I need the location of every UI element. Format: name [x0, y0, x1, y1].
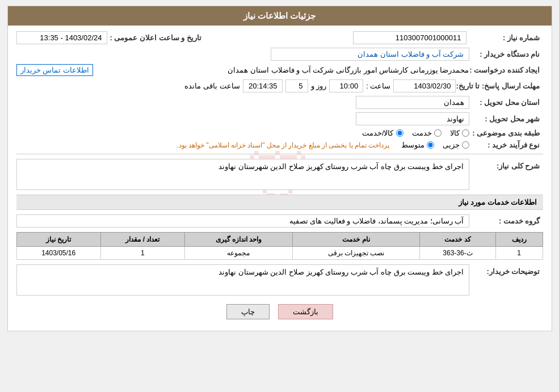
- cell-tarikh: 1403/05/16: [16, 247, 100, 260]
- radio-khedmat: خدمت: [412, 129, 442, 137]
- radio-motovaset-label: متوسط: [401, 141, 424, 149]
- ostan-label: استان محل تحویل :: [469, 98, 543, 107]
- cell-name: نصب تجهیزات برقی: [292, 247, 419, 260]
- tasnif-label: طبقه بندی موضوعی :: [469, 129, 543, 137]
- tarikh-saaat-label: تاریخ و ساعت اعلان عمومی :: [110, 33, 204, 42]
- name-dastgah-label: نام دستگاه خریدار :: [469, 50, 543, 58]
- radio-kala-label: کالا: [450, 129, 460, 137]
- back-button[interactable]: بازگشت: [278, 304, 333, 319]
- services-table: ردیف کد خدمت نام خدمت واحد اندازه گیری ت…: [16, 232, 543, 260]
- radio-kala-input[interactable]: [462, 129, 469, 137]
- saat-label: ساعت :: [366, 82, 390, 90]
- radio-khedmat-input[interactable]: [434, 129, 442, 137]
- name-dastgah-value: شرکت آب و فاضلاب استان همدان: [271, 48, 469, 61]
- radio-jozi-label: جزیی: [443, 141, 460, 149]
- col-name: نام خدمت: [292, 233, 419, 247]
- ostan-value: همدان: [356, 96, 469, 109]
- tasnif-radio-group: کالا خدمت کالا/خدمت: [362, 129, 469, 137]
- mohlat-saat: 10:00: [329, 79, 363, 92]
- print-button[interactable]: چاپ: [226, 304, 270, 319]
- tarikh-saaat-value: 1403/02/24 - 13:35: [16, 31, 107, 44]
- mohlat-date: 1403/02/30: [393, 79, 456, 92]
- button-row: بازگشت چاپ: [16, 304, 543, 319]
- radio-jozi-input[interactable]: [462, 141, 469, 149]
- roz-label: روز و: [311, 82, 327, 90]
- sharh-textarea[interactable]: [16, 159, 469, 190]
- mohlat-label: مهلت ارسال پاسخ: تا تاریخ:: [456, 82, 543, 90]
- col-radif: ردیف: [495, 233, 543, 247]
- col-vahed: واحد اندازه گیری: [184, 233, 292, 247]
- cell-tedad: 1: [100, 247, 184, 260]
- col-tarikh: تاریخ نیاز: [16, 233, 100, 247]
- noue-farayand-label: نوع فرآیند خرید :: [469, 141, 543, 149]
- shomara-niaz-value: 1103007001000011: [353, 31, 466, 44]
- radio-kala: کالا: [450, 129, 469, 137]
- remaining-label: ساعت باقی مانده: [184, 82, 239, 90]
- shahr-value: نهاوند: [356, 112, 469, 125]
- col-tedad: تعداد / مقدار: [100, 233, 184, 247]
- radio-khedmat-label: خدمت: [412, 129, 432, 137]
- farayand-radio-group: جزیی متوسط: [401, 141, 469, 149]
- section2-title: اطلاعات خدمات مورد نیاز: [16, 195, 543, 210]
- col-kod: کد خدمت: [420, 233, 496, 247]
- shahr-label: شهر محل تحویل :: [469, 115, 543, 123]
- cell-radif: 1: [495, 247, 543, 260]
- toseeh-label: توضیحات خریدار:: [469, 264, 543, 276]
- contact-link[interactable]: اطلاعات تماس خریدار: [16, 64, 93, 76]
- mohlat-roz: 5: [285, 79, 308, 92]
- sharh-label: شرح کلی نیاز:: [469, 159, 543, 170]
- cell-kod: ث-36-363: [420, 247, 496, 260]
- creator-value: محمدرضا یوزرمانی کارشناس امور بازرگانی ش…: [99, 66, 469, 74]
- radio-kala-khedmat-label: کالا/خدمت: [362, 129, 394, 137]
- remaining-time: 20:14:35: [243, 79, 283, 92]
- toseeh-textarea[interactable]: [16, 264, 469, 296]
- radio-jozi: جزیی: [443, 141, 469, 149]
- shomara-niaz-label: شماره نیاز :: [469, 33, 543, 42]
- gorohe-khedmat-value: آب رسانی؛ مدیریت پسماند، فاضلاب و فعالیت…: [16, 214, 469, 227]
- radio-kala-khedmat-input[interactable]: [396, 129, 404, 137]
- radio-kala-khedmat: کالا/خدمت: [362, 129, 404, 137]
- creator-label: ایجاد کننده درخواست :: [469, 66, 543, 74]
- cell-vahed: مجموعه: [184, 247, 292, 260]
- warning-text: پرداخت تمام یا بخشی از مبلغ خریدار از مح…: [176, 141, 389, 149]
- radio-motovaset: متوسط: [401, 141, 434, 149]
- radio-motovaset-input[interactable]: [427, 141, 434, 149]
- gorohe-khedmat-label: گروه خدمت :: [469, 217, 543, 225]
- table-row: 1 ث-36-363 نصب تجهیزات برقی مجموعه 1 140…: [16, 247, 543, 260]
- page-title: جزئیات اطلاعات نیاز: [8, 6, 552, 26]
